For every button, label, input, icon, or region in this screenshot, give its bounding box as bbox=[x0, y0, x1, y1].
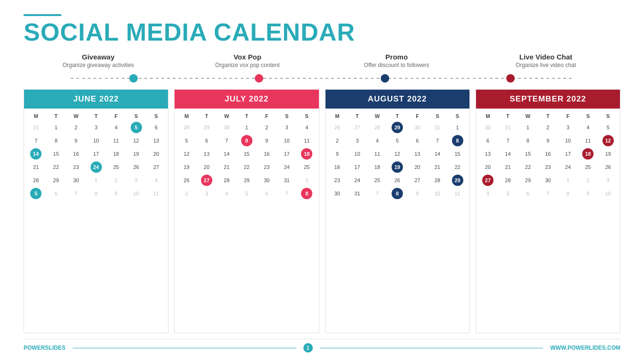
table-row: 6 bbox=[407, 134, 427, 147]
calendar-day: 19 bbox=[604, 147, 612, 160]
table-row: 2 bbox=[176, 187, 196, 200]
calendar-day: 11 bbox=[303, 134, 310, 147]
category-title-promo: Promo bbox=[322, 53, 471, 61]
calendar-day: 7 bbox=[545, 187, 550, 200]
calendar-day: 26 bbox=[393, 174, 401, 187]
brand-part1: POWER bbox=[24, 345, 45, 351]
timeline-dot-1 bbox=[129, 74, 138, 83]
calendar-day: 14 bbox=[434, 147, 441, 160]
calendar-day: 12 bbox=[602, 135, 614, 146]
table-row: 27 bbox=[478, 174, 498, 187]
table-row: 26 bbox=[327, 121, 347, 134]
page-number: 1 bbox=[303, 343, 313, 353]
calendar-day: 6 bbox=[54, 187, 59, 200]
table-row: 30 bbox=[327, 187, 347, 200]
calendar-day: 15 bbox=[524, 147, 532, 160]
calendar-day: 6 bbox=[154, 121, 159, 134]
table-row: 12 bbox=[598, 134, 618, 147]
table-row: 6 bbox=[197, 134, 217, 147]
category-sub-promo: Offer discount to followers bbox=[322, 62, 471, 68]
table-row: 23 bbox=[66, 160, 86, 174]
day-header: S bbox=[598, 111, 618, 121]
table-row: 2 bbox=[257, 121, 276, 134]
table-row: 16 bbox=[257, 147, 276, 160]
table-row: 15 bbox=[237, 147, 257, 160]
calendar-day: 7 bbox=[505, 134, 510, 147]
calendar-day: 4 bbox=[114, 121, 118, 134]
calendar-day: 17 bbox=[564, 147, 572, 160]
table-row: 30 bbox=[66, 174, 86, 187]
table-row: 26 bbox=[126, 160, 146, 174]
table-row: 9 bbox=[106, 187, 126, 200]
calendar-day: 17 bbox=[353, 160, 361, 174]
table-row: 16 bbox=[66, 147, 86, 160]
table-row: 20 bbox=[407, 160, 427, 174]
table-row: 4 bbox=[146, 174, 166, 187]
calendar-day: 6 bbox=[204, 134, 209, 147]
calendar-day: 31 bbox=[434, 121, 441, 134]
table-row: 1 bbox=[558, 174, 578, 187]
calendar-day: 5 bbox=[606, 121, 611, 134]
calendar-day: 29 bbox=[52, 174, 60, 187]
day-header: M bbox=[176, 111, 196, 121]
calendar-day: 4 bbox=[485, 187, 490, 200]
table-row: 30 bbox=[538, 174, 558, 187]
table-row: 9 bbox=[578, 187, 598, 200]
calendar-day: 9 bbox=[545, 134, 550, 147]
calendar-day: 8 bbox=[241, 135, 252, 146]
table-row: 11 bbox=[106, 134, 126, 147]
calendar-day: 16 bbox=[72, 147, 80, 160]
table-row: 1 bbox=[237, 121, 257, 134]
calendar-day: 26 bbox=[132, 160, 140, 174]
day-header: T bbox=[498, 111, 518, 121]
calendar-july-2022: JULY 2022MTWTFSS282930123456789101112131… bbox=[174, 89, 319, 333]
calendar-day: 3 bbox=[284, 121, 289, 134]
category-sub-live-video: Organize live video chat bbox=[471, 62, 620, 68]
table-row: 17 bbox=[86, 147, 106, 160]
table-row: 8 bbox=[86, 187, 106, 200]
calendar-september-2022: SEPTEMBER 2022MTWTFSS3031123456789101112… bbox=[476, 89, 620, 333]
calendar-day: 11 bbox=[152, 187, 160, 200]
table-row: 27 bbox=[197, 174, 217, 187]
day-header: S bbox=[126, 111, 146, 121]
calendar-day: 9 bbox=[585, 187, 590, 200]
table-row: 4 bbox=[478, 187, 498, 200]
timeline-dot-4 bbox=[506, 74, 515, 83]
calendar-day: 11 bbox=[453, 187, 461, 200]
table-row: 19 bbox=[176, 160, 196, 174]
calendar-day: 19 bbox=[392, 161, 403, 173]
calendar-day: 27 bbox=[152, 160, 160, 174]
table-row: 3 bbox=[126, 174, 146, 187]
category-sub-giveaway: Organize giveaway activities bbox=[24, 62, 173, 68]
table-row: 7 bbox=[217, 134, 236, 147]
calendar-day: 8 bbox=[566, 187, 570, 200]
table-row: 3 bbox=[86, 121, 106, 134]
table-row: 3 bbox=[197, 187, 217, 200]
calendar-day: 2 bbox=[335, 134, 340, 147]
calendar-day: 24 bbox=[91, 161, 102, 173]
table-row: 12 bbox=[176, 147, 196, 160]
table-row: 9 bbox=[538, 134, 558, 147]
table-row: 5 bbox=[598, 121, 618, 134]
timeline bbox=[24, 74, 620, 83]
footer-line-right bbox=[320, 348, 544, 348]
calendar-day: 2 bbox=[545, 121, 550, 134]
table-row: 8 bbox=[558, 187, 578, 200]
categories-row: Giveaway Organize giveaway activities Vo… bbox=[24, 53, 620, 68]
table-row: 3 bbox=[558, 121, 578, 134]
table-row: 17 bbox=[277, 147, 297, 160]
table-row: 26 bbox=[598, 160, 618, 174]
calendar-header-august-2022: AUGUST 2022 bbox=[326, 90, 469, 109]
table-row: 15 bbox=[447, 147, 467, 160]
table-row: 16 bbox=[538, 147, 558, 160]
table-row: 23 bbox=[327, 174, 347, 187]
table-row: 1 bbox=[518, 121, 538, 134]
calendar-day: 30 bbox=[223, 121, 230, 134]
table-row: 11 bbox=[447, 187, 467, 200]
calendar-day: 7 bbox=[375, 187, 380, 200]
calendar-day: 29 bbox=[392, 122, 403, 133]
category-title-vox-pop: Vox Pop bbox=[173, 53, 322, 61]
table-row: 15 bbox=[518, 147, 538, 160]
table-row: 22 bbox=[46, 160, 66, 174]
table-row: 11 bbox=[578, 134, 598, 147]
